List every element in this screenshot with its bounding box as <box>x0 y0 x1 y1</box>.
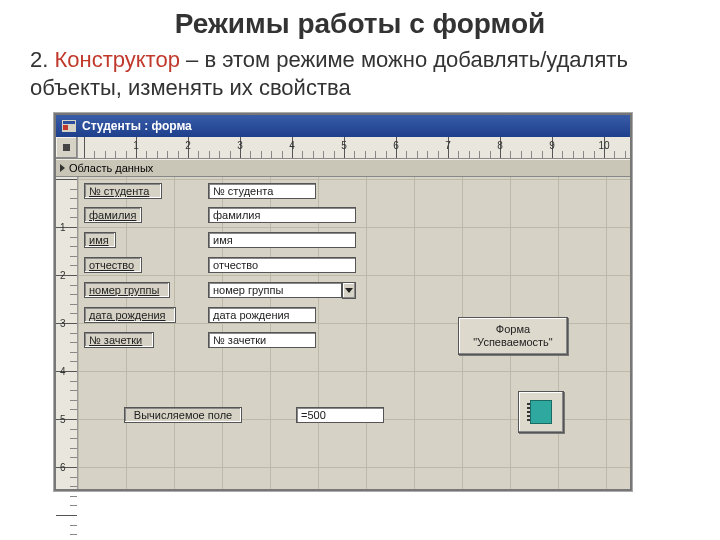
notebook-button[interactable] <box>518 391 564 433</box>
ruler-h-mark: 5 <box>341 140 347 151</box>
ruler-v-mark: 4 <box>60 366 66 377</box>
field-birthdate[interactable]: дата рождения <box>208 307 316 323</box>
field-group-no[interactable]: номер группы <box>208 282 342 298</box>
label-student-no[interactable]: № студента <box>84 183 162 199</box>
ruler-v-mark: 2 <box>60 270 66 281</box>
window-title: Студенты : форма <box>82 119 192 133</box>
desc-number: 2. <box>30 47 48 72</box>
horizontal-ruler[interactable]: 12345678910 <box>78 137 630 158</box>
form-button-line1: Форма <box>496 323 530 335</box>
combo-dropdown-button[interactable] <box>342 282 356 299</box>
field-recordbook-no[interactable]: № зачетки <box>208 332 316 348</box>
label-lastname[interactable]: фамилия <box>84 207 142 223</box>
label-calc-field[interactable]: Вычисляемое поле <box>124 407 242 423</box>
ruler-row: 12345678910 <box>56 137 630 159</box>
ruler-v-mark: 5 <box>60 414 66 425</box>
page-title: Режимы работы с формой <box>0 8 720 40</box>
label-recordbook-no[interactable]: № зачетки <box>84 332 154 348</box>
form-icon <box>62 120 76 132</box>
label-birthdate[interactable]: дата рождения <box>84 307 176 323</box>
form-selector-button[interactable] <box>56 137 78 158</box>
field-firstname[interactable]: имя <box>208 232 356 248</box>
label-patronymic[interactable]: отчество <box>84 257 142 273</box>
section-header-detail[interactable]: Область данных <box>56 159 630 177</box>
titlebar[interactable]: Студенты : форма <box>56 115 630 137</box>
vertical-ruler[interactable]: 123456 <box>56 177 78 489</box>
ruler-h-mark: 3 <box>237 140 243 151</box>
field-lastname[interactable]: фамилия <box>208 207 356 223</box>
chevron-down-icon <box>345 288 353 293</box>
ruler-h-mark: 1 <box>133 140 139 151</box>
notebook-icon <box>530 400 552 424</box>
description: 2. Конструктор – в этом режиме можно доб… <box>30 46 700 101</box>
ruler-v-mark: 1 <box>60 222 66 233</box>
ruler-v-mark: 3 <box>60 318 66 329</box>
field-student-no[interactable]: № студента <box>208 183 316 199</box>
desc-keyword: Конструктор <box>54 47 179 72</box>
label-firstname[interactable]: имя <box>84 232 116 248</box>
section-arrow-icon <box>60 164 65 172</box>
form-button-uspevaemost[interactable]: Форма "Успеваемость" <box>458 317 568 355</box>
field-calc-expr[interactable]: =500 <box>296 407 384 423</box>
ruler-h-mark: 8 <box>497 140 503 151</box>
ruler-h-mark: 4 <box>289 140 295 151</box>
form-design-window: Студенты : форма 12345678910 Область дан… <box>54 113 632 491</box>
ruler-v-mark: 6 <box>60 462 66 473</box>
form-button-line2: "Успеваемость" <box>473 336 553 348</box>
ruler-h-mark: 9 <box>549 140 555 151</box>
ruler-h-mark: 2 <box>185 140 191 151</box>
section-title: Область данных <box>69 162 153 174</box>
label-group-no[interactable]: номер группы <box>84 282 170 298</box>
ruler-h-mark: 7 <box>445 140 451 151</box>
ruler-h-mark: 10 <box>598 140 609 151</box>
design-canvas[interactable]: № студента № студента фамилия фамилия им… <box>78 177 630 489</box>
ruler-h-mark: 6 <box>393 140 399 151</box>
design-body: 123456 № студента № студента фамилия фам… <box>56 177 630 489</box>
field-patronymic[interactable]: отчество <box>208 257 356 273</box>
